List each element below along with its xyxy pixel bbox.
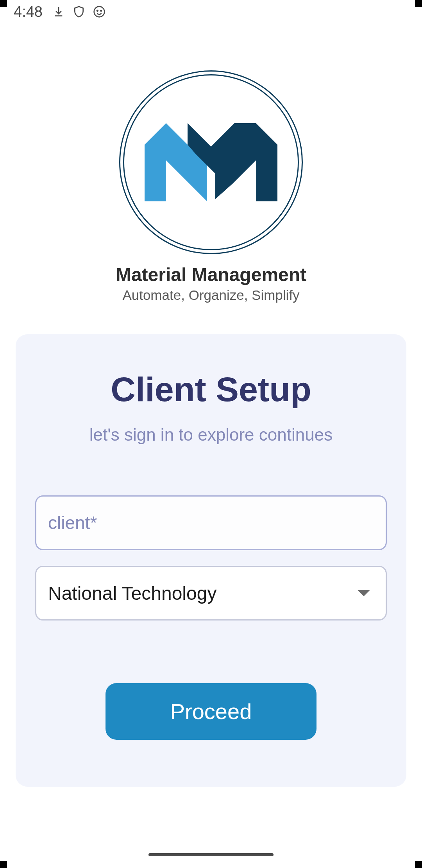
chevron-down-icon xyxy=(358,590,370,596)
face-icon xyxy=(93,5,106,18)
setup-card: Client Setup let's sign in to explore co… xyxy=(16,334,406,787)
status-icons xyxy=(52,5,106,18)
app-title: Material Management xyxy=(116,264,306,285)
status-bar: 4:48 xyxy=(0,0,422,23)
card-title: Client Setup xyxy=(35,369,387,409)
home-indicator[interactable] xyxy=(148,853,274,856)
frame-corner xyxy=(0,861,7,868)
download-icon xyxy=(52,5,65,18)
frame-corner xyxy=(0,0,7,7)
frame-corner xyxy=(415,861,422,868)
svg-point-2 xyxy=(100,10,102,11)
shield-icon xyxy=(73,5,85,18)
app-logo xyxy=(119,70,303,254)
app-subtitle: Automate, Organize, Simplify xyxy=(122,287,299,303)
card-subtitle: let's sign in to explore continues xyxy=(35,425,387,445)
frame-corner xyxy=(415,0,422,7)
select-value: National Technology xyxy=(48,583,216,604)
organization-select[interactable]: National Technology xyxy=(35,566,387,621)
svg-point-1 xyxy=(97,10,98,11)
logo-m-icon xyxy=(145,123,277,201)
proceed-button[interactable]: Proceed xyxy=(106,683,316,740)
logo-section: Material Management Automate, Organize, … xyxy=(0,70,422,303)
status-time: 4:48 xyxy=(14,4,43,20)
client-input[interactable] xyxy=(35,495,387,550)
svg-point-0 xyxy=(94,7,105,17)
